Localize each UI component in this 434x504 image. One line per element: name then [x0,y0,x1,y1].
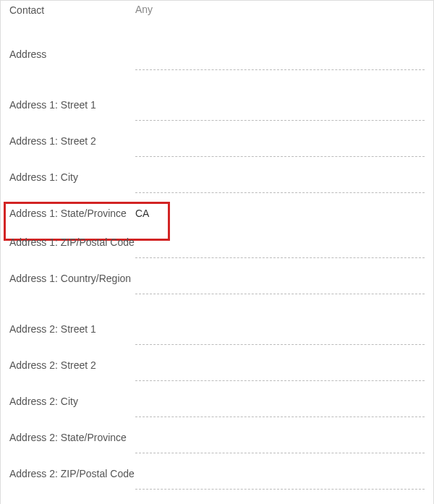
field-value[interactable] [135,437,425,453]
field-label: Address 2: City [9,394,135,409]
field-label: Contact [9,3,135,17]
field-row-addr1-state: Address 1: State/Province CA [1,193,433,222]
group-gap [1,294,433,309]
field-value[interactable]: Any [135,2,425,18]
field-label: Address 1: ZIP/Postal Code [9,235,135,249]
field-row-addr1-street2: Address 1: Street 2 [1,121,433,157]
field-label: Address 1: City [9,170,135,184]
field-label: Address 2: State/Province [9,430,135,445]
field-value[interactable] [135,105,425,121]
field-row-addr2-street2: Address 2: Street 2 [1,345,433,381]
field-row-contact: Contact Any [1,1,433,20]
field-row-address: Address [1,34,433,70]
group-gap [1,70,433,85]
group-gap [1,20,433,34]
field-row-addr1-country: Address 1: Country/Region [1,258,433,294]
field-label: Address [9,47,135,61]
field-label: Address 2: Street 2 [9,358,135,372]
field-row-addr2-city: Address 2: City [1,381,433,417]
field-label: Address 1: State/Province [9,206,135,221]
field-label: Address 2: ZIP/Postal Code [9,466,135,481]
field-label: Address 2: Street 1 [9,322,135,336]
field-label: Address 1: Country/Region [9,271,135,286]
field-label: Address 1: Street 1 [9,98,135,112]
field-row-addr2-street1: Address 2: Street 1 [1,309,433,345]
field-value[interactable]: CA [135,206,425,222]
field-row-addr2-state: Address 2: State/Province [1,417,433,453]
field-row-addr1-city: Address 1: City [1,157,433,193]
form-panel: Contact Any Address Address 1: Street 1 … [0,0,434,504]
field-row-addr2-country: Address 2: Country/Region [1,490,433,504]
field-row-addr1-zip: Address 1: ZIP/Postal Code [1,222,433,258]
field-value-text: CA [135,208,149,219]
field-label: Address 1: Street 2 [9,134,135,148]
field-value[interactable] [135,278,425,294]
field-value-text: Any [135,4,153,15]
field-value[interactable] [135,54,425,70]
field-row-addr1-street1: Address 1: Street 1 [1,85,433,121]
field-value[interactable] [135,141,425,157]
field-value[interactable] [135,474,425,490]
field-row-addr2-zip: Address 2: ZIP/Postal Code [1,453,433,490]
field-value[interactable] [135,329,425,345]
field-value[interactable] [135,365,425,381]
field-value[interactable] [135,242,425,258]
field-value[interactable] [135,401,425,417]
field-value[interactable] [135,177,425,193]
